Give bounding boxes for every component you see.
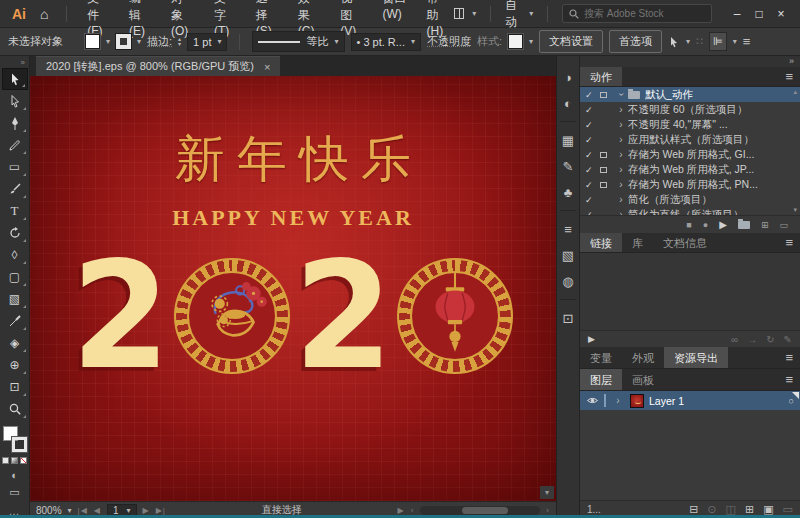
appearance-panel-icon[interactable]: ⊡ — [557, 305, 579, 331]
screen-mode-button[interactable]: ▭ — [9, 486, 19, 499]
shape-builder-tool[interactable]: ⊕ — [2, 354, 28, 376]
panel-menu-icon[interactable]: ≡ — [778, 372, 800, 387]
menu-help[interactable]: 帮助(H) — [426, 0, 450, 38]
style-swatch[interactable] — [508, 34, 523, 49]
selection-tool[interactable] — [2, 68, 28, 90]
layer-thumbnail[interactable] — [630, 394, 644, 408]
close-button[interactable]: × — [770, 7, 792, 21]
transparency-panel-icon[interactable]: ◍ — [557, 268, 579, 294]
zoom-dropdown-icon[interactable]: ▾ — [68, 506, 72, 515]
go-to-link-icon[interactable]: → — [747, 334, 757, 345]
chevron-down-icon[interactable]: ▾ — [137, 37, 141, 46]
stock-search[interactable] — [562, 4, 712, 23]
stroke-weight-stepper[interactable]: ▴▾ — [178, 37, 181, 47]
layer-expander-icon[interactable]: › — [611, 395, 625, 406]
play-action-icon[interactable]: ▶ — [719, 219, 727, 230]
action-row[interactable]: ✓ › 简化（所选项目） — [580, 192, 800, 207]
control-bar-menu-icon[interactable]: ≡ — [743, 34, 751, 49]
paintbrush-tool[interactable] — [2, 178, 28, 200]
stroke-profile-dropdown[interactable]: 等比▾ — [252, 31, 344, 52]
expander-icon[interactable]: › — [614, 134, 628, 145]
free-transform-tool[interactable]: ▢ — [2, 266, 28, 288]
align-options-icon[interactable]: ⊫ — [709, 32, 727, 51]
action-row[interactable]: ✓ › 存储为 Web 所用格式, GI... — [580, 147, 800, 162]
home-icon[interactable]: ⌂ — [34, 6, 56, 22]
expander-icon[interactable]: › — [614, 104, 628, 115]
check-icon[interactable]: ✓ — [585, 105, 600, 115]
opacity-label[interactable]: 不透明度 — [427, 34, 471, 49]
rotate-tool[interactable] — [2, 222, 28, 244]
show-link-info-icon[interactable]: ▶ — [588, 334, 595, 344]
dialog-toggle-icon[interactable] — [600, 182, 614, 188]
fill-color-swatch[interactable] — [85, 34, 100, 49]
document-tab[interactable]: 2020 [转换].eps @ 800% (RGB/GPU 预览) × — [36, 56, 280, 76]
dialog-toggle-icon[interactable] — [600, 167, 614, 173]
pen-tool[interactable] — [2, 112, 28, 134]
close-tab-icon[interactable]: × — [264, 61, 270, 73]
type-tool[interactable]: T — [2, 200, 28, 222]
visibility-eye-icon[interactable] — [586, 396, 599, 405]
draw-mode-button[interactable]: ◐ — [11, 469, 18, 481]
action-row-default-set[interactable]: ✓ › 默认_动作 — [580, 87, 800, 102]
check-icon[interactable]: ✓ — [585, 210, 600, 216]
pencil-tool[interactable] — [2, 134, 28, 156]
layer-row[interactable]: › Layer 1 ○ — [580, 391, 800, 410]
tab-artboards[interactable]: 画板 — [622, 369, 664, 390]
relink-icon[interactable]: ∞ — [731, 334, 738, 345]
workspace-switcher[interactable]: 自动 — [505, 0, 521, 31]
check-icon[interactable]: ✓ — [585, 90, 600, 100]
scroll-up-icon[interactable]: ▴ — [793, 88, 797, 96]
panel-menu-icon[interactable]: ≡ — [778, 350, 800, 365]
toolbar-collapse-icon[interactable]: » — [21, 58, 29, 68]
color-guide-panel-icon[interactable]: ◐ — [557, 90, 579, 116]
symbols-panel-icon[interactable]: ♣ — [557, 179, 579, 205]
search-input[interactable] — [584, 8, 705, 19]
chevron-down-icon[interactable]: ▾ — [529, 9, 533, 18]
maximize-button[interactable]: □ — [748, 7, 770, 21]
links-list[interactable] — [580, 253, 800, 331]
blend-tool[interactable]: ◈ — [2, 332, 28, 354]
rectangle-tool[interactable]: ▭ — [2, 156, 28, 178]
chevron-down-icon[interactable]: ▾ — [686, 37, 690, 46]
expander-icon[interactable]: › — [614, 164, 628, 175]
minimize-button[interactable]: – — [726, 7, 748, 21]
tab-document-info[interactable]: 文档信息 — [653, 233, 717, 252]
action-row[interactable]: ✓ › 不透明度 40,"屏幕" ... — [580, 117, 800, 132]
tab-appearance[interactable]: 外观 — [622, 347, 664, 368]
gradient-panel-icon[interactable]: ▧ — [557, 242, 579, 268]
zoom-tool[interactable] — [2, 398, 28, 420]
chevron-down-icon[interactable]: ▾ — [106, 37, 110, 46]
dialog-toggle-icon[interactable] — [600, 152, 614, 158]
zoom-level[interactable]: 800% — [36, 505, 62, 516]
edit-original-icon[interactable]: ✎ — [784, 334, 792, 345]
expander-icon[interactable]: › — [616, 88, 627, 102]
document-setup-button[interactable]: 文档设置 — [539, 30, 603, 53]
chevron-down-icon[interactable]: ▾ — [733, 37, 737, 46]
swatches-panel-icon[interactable]: ▦ — [557, 127, 579, 153]
panel-menu-icon[interactable]: ≡ — [778, 235, 800, 250]
fill-stroke-control[interactable] — [3, 426, 27, 452]
previous-artboard-icon[interactable]: ◀ — [94, 506, 101, 515]
check-icon[interactable]: ✓ — [585, 195, 600, 205]
gradient-button[interactable] — [11, 457, 18, 464]
scroll-down-icon[interactable]: ▾ — [793, 206, 797, 214]
canvas[interactable]: 新年快乐 HAPPY NEW YEAR 2 — [30, 76, 556, 501]
gradient-mesh-tool[interactable]: ▧ — [2, 288, 28, 310]
check-icon[interactable]: ✓ — [585, 150, 600, 160]
stroke-color-swatch[interactable] — [116, 34, 131, 49]
new-action-set-icon[interactable] — [738, 221, 750, 229]
scroll-play-icon[interactable]: ▶ — [398, 506, 405, 515]
scroll-left-icon[interactable]: ‹ — [411, 506, 415, 515]
dialog-toggle-icon[interactable] — [600, 92, 614, 98]
last-artboard-icon[interactable]: ▶| — [156, 506, 166, 515]
chevron-down-icon[interactable]: ▾ — [217, 37, 221, 46]
check-icon[interactable]: ✓ — [585, 180, 600, 190]
tab-variables[interactable]: 变量 — [580, 347, 622, 368]
stroke-weight-field[interactable]: 1 pt▾ — [187, 33, 227, 51]
layer-name[interactable]: Layer 1 — [649, 395, 684, 407]
none-button[interactable] — [20, 457, 27, 464]
stroke-panel-icon[interactable]: ≡ — [557, 216, 579, 242]
expander-icon[interactable]: › — [614, 179, 628, 190]
canvas-scroll-down-icon[interactable]: ▾ — [540, 486, 554, 499]
chevron-down-icon[interactable]: ▾ — [472, 9, 476, 18]
